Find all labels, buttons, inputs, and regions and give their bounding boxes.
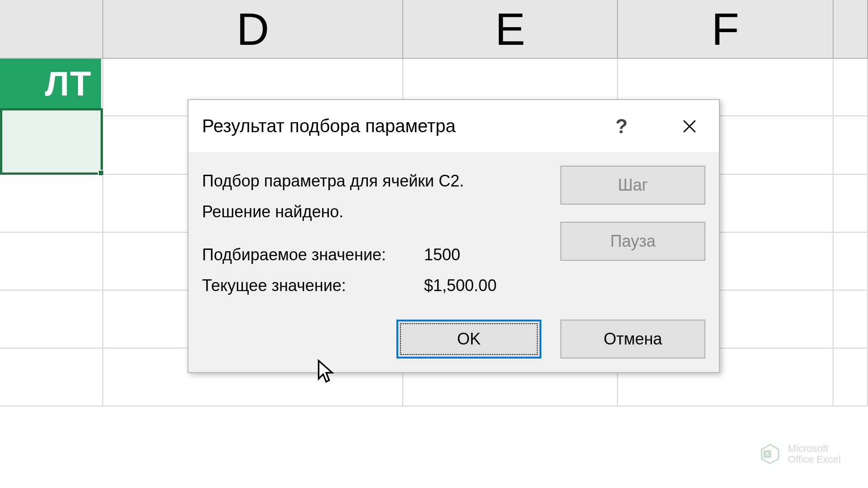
cancel-button[interactable]: Отмена — [560, 320, 705, 359]
cell[interactable] — [834, 175, 868, 232]
help-button[interactable]: ? — [601, 108, 642, 144]
watermark-line1: Microsoft — [788, 443, 841, 454]
current-value-row: Текущее значение: $1,500.00 — [202, 270, 705, 301]
column-header-e[interactable]: E — [403, 0, 618, 58]
header-cell-c1[interactable]: ЛТ — [0, 59, 101, 108]
column-header-f[interactable]: F — [618, 0, 834, 58]
column-headers: D E F — [0, 0, 868, 59]
cell[interactable] — [834, 59, 868, 115]
watermark-line2: Office Excel — [788, 454, 841, 465]
step-button[interactable]: Шаг — [560, 166, 705, 205]
cell[interactable] — [834, 291, 868, 348]
dialog-title: Результат подбора параметра — [202, 116, 601, 136]
cell[interactable] — [0, 291, 103, 348]
dialog-titlebar[interactable]: Результат подбора параметра ? — [188, 100, 719, 152]
target-value-label: Подбираемое значение: — [202, 239, 424, 270]
cell[interactable] — [0, 349, 103, 406]
cell[interactable] — [0, 233, 103, 290]
cell[interactable] — [834, 233, 868, 290]
cell[interactable] — [834, 349, 868, 406]
pause-button[interactable]: Пауза — [560, 222, 705, 261]
watermark-text: Microsoft Office Excel — [788, 443, 841, 465]
watermark: X Microsoft Office Excel — [759, 443, 841, 465]
cell[interactable] — [834, 116, 868, 174]
goal-seek-result-dialog: Результат подбора параметра ? Подбор пар… — [188, 99, 720, 373]
excel-icon: X — [759, 443, 781, 465]
svg-text:X: X — [766, 451, 769, 457]
current-value: $1,500.00 — [424, 270, 497, 301]
target-value: 1500 — [424, 239, 460, 270]
close-icon — [682, 119, 697, 134]
bottom-buttons: OK Отмена — [202, 320, 705, 359]
column-header-c[interactable] — [0, 0, 103, 58]
column-header-d[interactable]: D — [103, 0, 403, 58]
side-buttons: Шаг Пауза — [560, 166, 705, 261]
fill-handle[interactable] — [98, 170, 104, 176]
cell[interactable] — [0, 175, 103, 232]
column-header-g[interactable] — [834, 0, 868, 58]
ok-button[interactable]: OK — [396, 320, 541, 359]
selected-cell-c2[interactable] — [0, 108, 103, 175]
current-value-label: Текущее значение: — [202, 270, 424, 301]
dialog-body: Подбор параметра для ячейки C2. Решение … — [188, 152, 719, 372]
close-button[interactable] — [669, 108, 710, 144]
